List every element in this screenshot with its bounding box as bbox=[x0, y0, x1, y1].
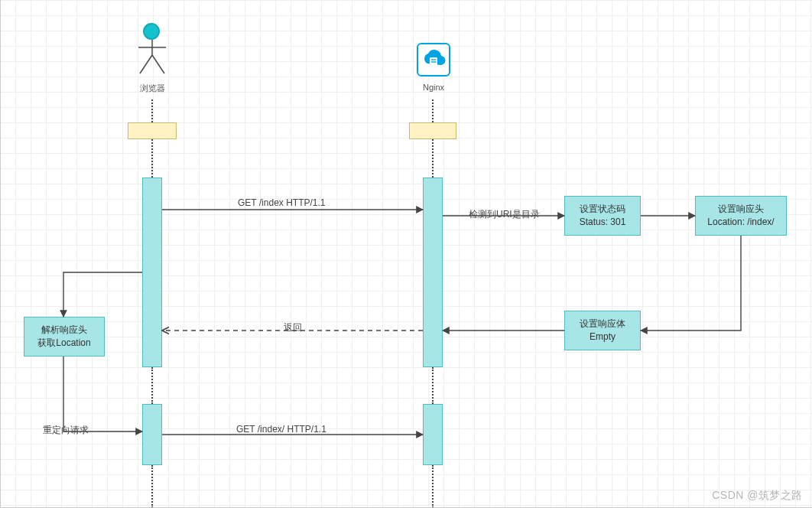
header-line1: 设置响应头 bbox=[718, 203, 764, 216]
parse-line1: 解析响应头 bbox=[41, 324, 87, 337]
actor-browser-label: 浏览器 bbox=[129, 83, 175, 94]
nginx-lifeline-1 bbox=[432, 99, 434, 122]
browser-activation-head bbox=[128, 122, 177, 139]
svg-line-3 bbox=[152, 55, 164, 73]
parse-line2: 获取Location bbox=[37, 337, 90, 350]
header-line2: Location: /index/ bbox=[707, 216, 774, 229]
actor-browser-head bbox=[143, 23, 160, 40]
body-line2: Empty bbox=[590, 331, 615, 344]
browser-lifeline-4 bbox=[151, 465, 153, 508]
msg-redirect: 重定向请求 bbox=[43, 424, 89, 437]
body-line1: 设置响应体 bbox=[580, 318, 625, 331]
actor-browser-body bbox=[135, 40, 169, 78]
svg-rect-4 bbox=[430, 57, 437, 65]
msg-get2: GET /index/ HTTP/1.1 bbox=[236, 424, 326, 435]
body-box: 设置响应体 Empty bbox=[564, 311, 641, 350]
browser-activation-2 bbox=[142, 404, 162, 465]
nginx-icon bbox=[417, 43, 450, 77]
browser-lifeline-3 bbox=[151, 367, 153, 404]
browser-lifeline-1 bbox=[151, 99, 153, 122]
msg-return: 返回 bbox=[284, 321, 302, 334]
nginx-lifeline-3 bbox=[432, 367, 434, 404]
nginx-lifeline-4 bbox=[432, 465, 434, 508]
msg-get1: GET /index HTTP/1.1 bbox=[238, 197, 326, 208]
arrows-overlay bbox=[1, 0, 812, 508]
nginx-lifeline-2 bbox=[432, 139, 434, 177]
msg-uri-dir: 检测到URI是目录 bbox=[469, 208, 540, 221]
status-box: 设置状态码 Status: 301 bbox=[564, 196, 641, 236]
status-line2: Status: 301 bbox=[580, 216, 626, 229]
svg-line-2 bbox=[140, 55, 152, 73]
browser-lifeline-2 bbox=[151, 139, 153, 177]
header-box: 设置响应头 Location: /index/ bbox=[695, 196, 787, 236]
nginx-activation-head bbox=[409, 122, 456, 139]
nginx-activation-1 bbox=[423, 177, 443, 367]
status-line1: 设置状态码 bbox=[580, 203, 625, 216]
parse-box: 解析响应头 获取Location bbox=[24, 317, 105, 357]
nginx-label: Nginx bbox=[414, 83, 453, 92]
watermark: CSDN @筑梦之路 bbox=[712, 489, 803, 503]
browser-activation-1 bbox=[142, 177, 162, 367]
nginx-activation-2 bbox=[423, 404, 443, 465]
